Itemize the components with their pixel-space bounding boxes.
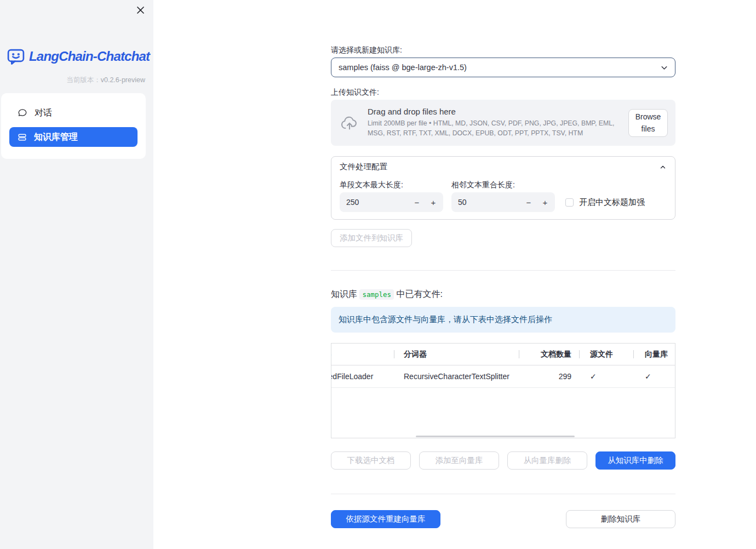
column-header-loader[interactable]: 文档加载器 <box>331 344 394 365</box>
close-icon <box>136 6 145 14</box>
kb-select[interactable]: samples (faiss @ bge-large-zh-v1.5) <box>331 58 675 77</box>
uploader-title: Drag and drop files here <box>368 107 617 116</box>
uploader-texts: Drag and drop files here Limit 200MB per… <box>368 107 620 139</box>
kb-files-text: 知识库 samples 中已有文件: <box>331 289 675 300</box>
delete-from-vector-button[interactable]: 从向量库删除 <box>507 451 587 470</box>
knowledge-base-icon <box>18 133 27 142</box>
uploader-limit-text: Limit 200MB per file • HTML, MD, JSON, C… <box>368 119 617 139</box>
chunk-increment-button[interactable]: + <box>425 192 442 212</box>
sidebar-item-knowledge-base[interactable]: 知识库管理 <box>9 127 138 147</box>
file-config-expander: 文件处理配置 单段文本最大长度: 250 − + 相邻文本重合长度: <box>331 156 675 220</box>
overlap-size-input[interactable]: 50 − + <box>451 192 555 212</box>
overlap-size-label: 相邻文本重合长度: <box>451 180 555 191</box>
overlap-increment-button[interactable]: + <box>537 192 553 212</box>
column-header-vector[interactable]: 向量库 <box>633 344 675 365</box>
chunk-size-label: 单段文本最大长度: <box>340 180 443 191</box>
expander-body: 单段文本最大长度: 250 − + 相邻文本重合长度: 50 − + <box>331 177 675 219</box>
table-header-row: 文档加载器 分词器 文档数量 源文件 向量库 <box>331 344 675 365</box>
sidebar-item-label: 对话 <box>35 107 52 119</box>
file-uploader-dropzone[interactable]: Drag and drop files here Limit 200MB per… <box>331 100 675 146</box>
chat-bubble-icon <box>18 108 27 118</box>
zh-title-enhance-label: 开启中文标题加强 <box>579 197 645 208</box>
table-inner: 文档加载器 分词器 文档数量 源文件 向量库 UnstructuredFileL… <box>331 344 675 388</box>
version-text: 当前版本：v0.2.6-preview <box>66 76 145 85</box>
app-root: LangChain-Chatchat 当前版本：v0.2.6-preview 对… <box>0 0 756 549</box>
delete-from-kb-button[interactable]: 从知识库中删除 <box>595 451 675 470</box>
cell-source-check[interactable]: ✓ <box>579 365 633 387</box>
download-selected-button[interactable]: 下载选中文档 <box>331 451 411 470</box>
browse-files-button[interactable]: Browse files <box>628 109 668 137</box>
upload-label: 上传知识文件: <box>331 88 675 99</box>
table-horizontal-scrollbar[interactable] <box>416 436 575 437</box>
sidebar-item-label: 知识库管理 <box>34 131 78 143</box>
cell-vector-check[interactable]: ✓ <box>633 365 675 387</box>
cell-doc-count[interactable]: 299 <box>519 365 579 387</box>
zh-title-enhance-field: 开启中文标题加强 <box>565 192 645 212</box>
table-row[interactable]: UnstructuredFileLoader RecursiveCharacte… <box>331 365 675 388</box>
version-value: v0.2.6-preview <box>101 76 145 84</box>
expander-title: 文件处理配置 <box>340 162 387 172</box>
chunk-size-value: 250 <box>346 198 409 207</box>
add-files-button[interactable]: 添加文件到知识库 <box>331 229 412 247</box>
kb-name-code: samples <box>359 289 394 300</box>
chat-logo-icon <box>7 47 25 66</box>
kb-action-buttons: 依据源文件重建向量库 删除知识库 <box>331 510 675 528</box>
main-content: 请选择或新建知识库: samples (faiss @ bge-large-zh… <box>331 0 675 528</box>
overlap-size-value: 50 <box>458 198 520 207</box>
version-label: 当前版本： <box>66 76 101 84</box>
kb-select-value: samples (faiss @ bge-large-zh-v1.5) <box>339 63 467 72</box>
overlap-size-field: 相邻文本重合长度: 50 − + <box>451 180 555 212</box>
sidebar: LangChain-Chatchat 当前版本：v0.2.6-preview 对… <box>0 0 153 549</box>
chunk-size-input[interactable]: 250 − + <box>340 192 443 212</box>
chunk-decrement-button[interactable]: − <box>409 192 425 212</box>
zh-title-enhance-checkbox[interactable] <box>565 198 574 207</box>
divider <box>331 270 675 271</box>
kb-select-label: 请选择或新建知识库: <box>331 45 675 56</box>
close-sidebar-button[interactable] <box>134 4 146 16</box>
divider <box>331 494 675 494</box>
overlap-decrement-button[interactable]: − <box>520 192 537 212</box>
chevron-up-icon <box>659 163 667 171</box>
file-action-buttons: 下载选中文档 添加至向量库 从向量库删除 从知识库中删除 <box>331 451 675 470</box>
app-logo: LangChain-Chatchat <box>7 47 147 66</box>
column-header-splitter[interactable]: 分词器 <box>394 344 519 365</box>
add-to-vector-store-button[interactable]: 添加至向量库 <box>419 451 499 470</box>
column-header-doc-count[interactable]: 文档数量 <box>519 344 579 365</box>
upload-cloud-icon <box>340 115 359 131</box>
cell-loader[interactable]: UnstructuredFileLoader <box>331 365 394 387</box>
kb-files-suffix: 中已有文件: <box>394 289 443 299</box>
chevron-down-icon <box>660 63 669 72</box>
delete-kb-button[interactable]: 删除知识库 <box>566 510 675 528</box>
info-banner: 知识库中包含源文件与向量库，请从下表中选择文件后操作 <box>331 307 675 333</box>
cell-splitter[interactable]: RecursiveCharacterTextSplitter <box>394 365 519 387</box>
expander-header[interactable]: 文件处理配置 <box>331 157 675 177</box>
kb-files-table: 文档加载器 分词器 文档数量 源文件 向量库 UnstructuredFileL… <box>331 343 675 438</box>
kb-files-prefix: 知识库 <box>331 289 359 299</box>
sidebar-item-dialogue[interactable]: 对话 <box>9 104 138 122</box>
rebuild-vector-store-button[interactable]: 依据源文件重建向量库 <box>331 510 440 528</box>
sidebar-nav: 对话 知识库管理 <box>1 93 146 159</box>
logo-text: LangChain-Chatchat <box>29 49 150 64</box>
chunk-size-field: 单段文本最大长度: 250 − + <box>340 180 443 212</box>
column-header-source[interactable]: 源文件 <box>579 344 633 365</box>
